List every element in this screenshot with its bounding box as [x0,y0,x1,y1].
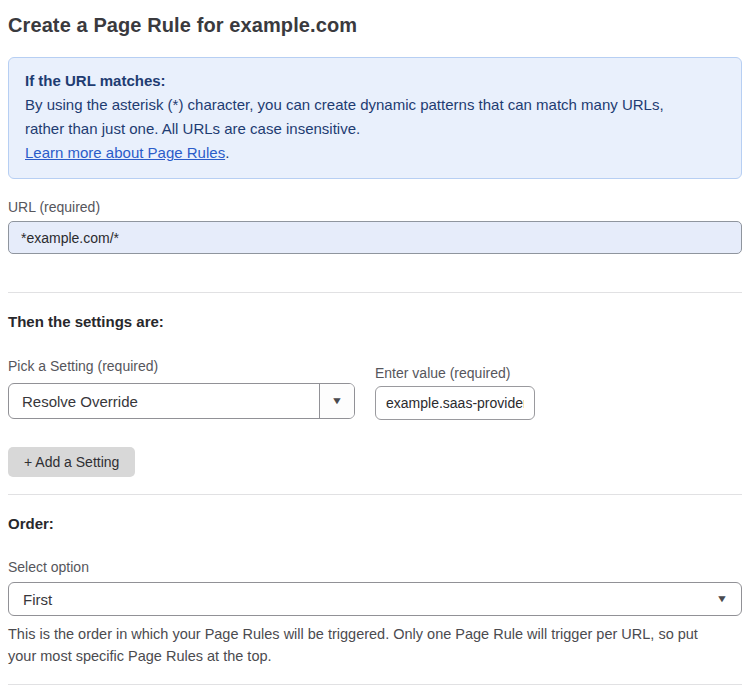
order-select-label: Select option [8,559,742,575]
chevron-down-icon: ▼ [331,396,343,406]
setting-value-input[interactable] [375,386,535,420]
link-suffix-text: . [225,144,229,161]
setting-select[interactable]: Resolve Override ▼ [8,383,355,419]
setting-select-value: Resolve Override [9,384,319,418]
chevron-down-icon: ▼ [716,594,728,604]
enter-value-label: Enter value (required) [375,365,535,381]
enter-value-column: Enter value (required) [375,365,535,420]
info-box-heading: If the URL matches: [25,69,725,93]
url-match-info-box: If the URL matches: By using the asteris… [8,57,742,179]
order-help-text: This is the order in which your Page Rul… [8,623,728,667]
url-input[interactable] [8,221,742,254]
order-section-heading: Order: [8,515,742,532]
pick-setting-column: Pick a Setting (required) Resolve Overri… [8,358,355,419]
settings-section-heading: Then the settings are: [8,313,742,330]
setting-row: Pick a Setting (required) Resolve Overri… [8,358,742,420]
pick-setting-label: Pick a Setting (required) [8,358,355,374]
learn-more-link[interactable]: Learn more about Page Rules [25,144,225,161]
footer-divider [8,684,742,685]
order-select[interactable]: First ▼ [8,582,742,616]
info-box-link-line: Learn more about Page Rules. [25,141,725,165]
section-divider [8,292,742,293]
order-select-value: First [23,591,52,608]
setting-select-arrow-button[interactable]: ▼ [319,384,354,418]
add-setting-button[interactable]: + Add a Setting [8,447,135,477]
page-title: Create a Page Rule for example.com [8,14,742,37]
create-page-rule-panel: Create a Page Rule for example.com If th… [0,0,750,691]
info-box-body: By using the asterisk (*) character, you… [25,93,685,141]
url-field-label: URL (required) [8,199,742,215]
section-divider [8,494,742,495]
